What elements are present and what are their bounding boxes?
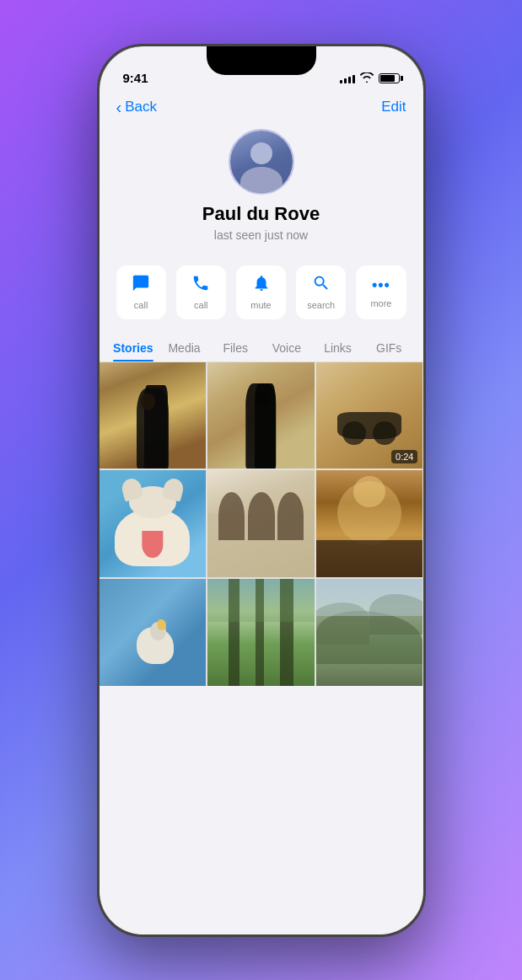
back-label: Back xyxy=(125,99,157,115)
more-button[interactable]: ••• more xyxy=(356,265,406,319)
status-icons xyxy=(340,72,400,85)
notch xyxy=(207,46,316,75)
mute-button[interactable]: mute xyxy=(236,265,286,319)
avatar[interactable] xyxy=(229,129,294,195)
call-button[interactable]: call xyxy=(176,265,226,319)
avatar-image xyxy=(230,131,293,193)
phone-screen: 9:41 xyxy=(100,46,423,934)
phone-frame: 9:41 xyxy=(97,44,426,937)
tab-voice[interactable]: Voice xyxy=(261,333,313,361)
media-item-9[interactable] xyxy=(316,579,423,686)
chat-icon xyxy=(132,274,150,296)
tab-media[interactable]: Media xyxy=(159,333,210,361)
tab-files[interactable]: Files xyxy=(210,333,261,361)
tab-gifs[interactable]: GIFs xyxy=(363,333,415,361)
media-item-1[interactable] xyxy=(100,362,207,469)
profile-status: last seen just now xyxy=(214,228,308,242)
search-label: search xyxy=(307,300,335,310)
mute-label: mute xyxy=(250,300,271,310)
profile-section: Paul du Rove last seen just now xyxy=(100,120,423,255)
back-chevron-icon: ‹ xyxy=(116,99,122,115)
battery-icon xyxy=(379,73,400,83)
more-icon: ••• xyxy=(372,276,390,294)
phone-icon xyxy=(191,274,210,296)
action-buttons: call call mute xyxy=(100,255,423,333)
media-item-3[interactable]: 0:24 xyxy=(316,362,423,469)
media-item-7[interactable] xyxy=(100,579,207,686)
wifi-icon xyxy=(360,72,374,85)
media-item-6[interactable] xyxy=(316,470,423,577)
status-time: 9:41 xyxy=(123,71,148,85)
bell-icon xyxy=(252,274,271,296)
content: ‹ Back Edit Paul du Rove last seen just … xyxy=(100,90,423,934)
tab-links[interactable]: Links xyxy=(312,333,363,361)
tab-stories[interactable]: Stories xyxy=(108,333,159,361)
signal-icon xyxy=(340,73,355,83)
chat-label: call xyxy=(134,300,148,310)
media-item-4[interactable] xyxy=(100,470,207,577)
tabs: Stories Media Files Voice Links GIFs xyxy=(100,333,423,362)
media-item-8[interactable] xyxy=(207,579,315,686)
media-grid: 0:24 xyxy=(100,362,423,686)
search-icon xyxy=(312,274,331,296)
profile-name: Paul du Rove xyxy=(202,203,320,225)
edit-button[interactable]: Edit xyxy=(381,99,406,115)
search-button[interactable]: search xyxy=(296,265,346,319)
more-label: more xyxy=(370,298,391,308)
chat-button[interactable]: call xyxy=(116,265,166,319)
back-button[interactable]: ‹ Back xyxy=(116,99,157,115)
media-item-2[interactable] xyxy=(207,362,315,469)
video-duration-3: 0:24 xyxy=(391,450,417,463)
media-item-5[interactable] xyxy=(207,470,315,577)
call-label: call xyxy=(194,300,208,310)
header: ‹ Back Edit xyxy=(100,90,423,120)
